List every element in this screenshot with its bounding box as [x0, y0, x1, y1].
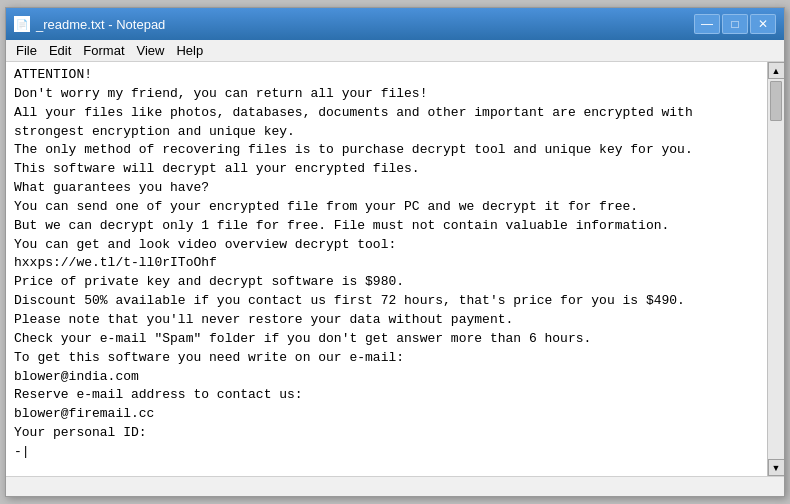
window-title: _readme.txt - Notepad [36, 17, 694, 32]
content-area: ▲ ▼ [6, 62, 784, 476]
maximize-button[interactable]: □ [722, 14, 748, 34]
window-controls: — □ ✕ [694, 14, 776, 34]
status-bar [6, 476, 784, 496]
window-icon: 📄 [14, 16, 30, 32]
text-editor[interactable] [6, 62, 767, 476]
notepad-icon: 📄 [16, 19, 28, 30]
minimize-button[interactable]: — [694, 14, 720, 34]
menu-file[interactable]: File [10, 41, 43, 60]
scroll-thumb[interactable] [770, 81, 782, 121]
notepad-window: 📄 _readme.txt - Notepad — □ ✕ File Edit … [5, 7, 785, 497]
scroll-track[interactable] [768, 79, 784, 459]
menu-help[interactable]: Help [170, 41, 209, 60]
title-bar: 📄 _readme.txt - Notepad — □ ✕ [6, 8, 784, 40]
menu-bar: File Edit Format View Help [6, 40, 784, 62]
menu-format[interactable]: Format [77, 41, 130, 60]
vertical-scrollbar[interactable]: ▲ ▼ [767, 62, 784, 476]
scroll-up-button[interactable]: ▲ [768, 62, 785, 79]
menu-edit[interactable]: Edit [43, 41, 77, 60]
menu-view[interactable]: View [131, 41, 171, 60]
close-button[interactable]: ✕ [750, 14, 776, 34]
scroll-down-button[interactable]: ▼ [768, 459, 785, 476]
status-text [10, 481, 13, 493]
